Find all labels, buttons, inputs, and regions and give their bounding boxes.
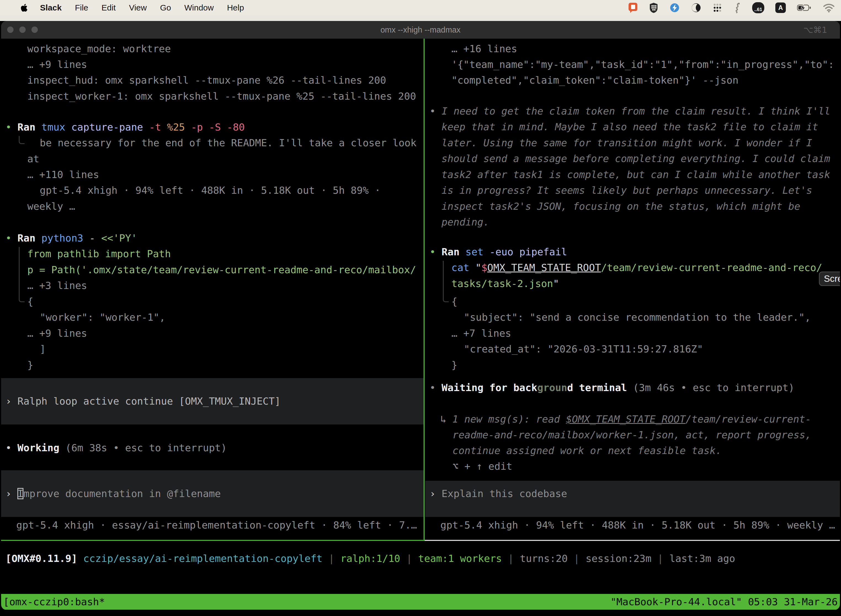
shield-grid-icon[interactable] xyxy=(649,2,658,13)
terminal-line: … +16 lines xyxy=(451,41,517,57)
terminal-line: cat "$OMX_TEAM_STATE_ROOT/team/review-cu… xyxy=(451,260,822,276)
prompt-placeholder-line: › Improve documentation in @filename xyxy=(6,486,221,502)
terminal-window: omx --xhigh --madmax ⌥⌘1 workspace_mode:… xyxy=(1,21,840,610)
terminal-line: continue assigned work or next feasible … xyxy=(453,443,722,458)
input-source-a-icon[interactable]: A xyxy=(775,3,786,13)
terminal-line: "worker": "worker-1", xyxy=(40,309,165,325)
terminal-line: • Ran tmux capture-pane -t %25 -p -S -80 xyxy=(6,119,245,135)
connector-line xyxy=(19,136,25,144)
terminal-line: inspect task2's JSON, focusing on the st… xyxy=(441,198,800,214)
pane-bottom-border-right xyxy=(425,540,840,541)
connector-line xyxy=(19,247,25,302)
screen-tooltip: Scre xyxy=(819,271,840,286)
tmux-session-label: [omx-cczip0:bash* xyxy=(3,596,105,607)
window-title-bar[interactable]: omx --xhigh --madmax ⌥⌘1 xyxy=(1,21,840,39)
apple-menu-icon[interactable] xyxy=(21,3,28,12)
menu-item-go[interactable]: Go xyxy=(160,3,171,12)
terminal-line: … +3 lines xyxy=(27,278,87,293)
edit-hint-line: ⌥ + ↑ edit xyxy=(453,458,512,474)
terminal-line: "subject": "send a concise recommendatio… xyxy=(464,309,811,325)
connector-line xyxy=(443,261,448,302)
menu-item-window[interactable]: Window xyxy=(184,3,214,12)
terminal-line: '{"team_name":"my-team","task_id":"1","f… xyxy=(451,57,834,72)
terminal-line: "created_at": "2026-03-31T11:59:27.816Z" xyxy=(464,341,703,357)
terminal-line: } xyxy=(27,357,34,373)
menu-item-slack[interactable]: Slack xyxy=(40,3,62,12)
terminal-line: inspect_hud: omx sparkshell --tmux-pane … xyxy=(27,72,386,88)
model-status-line: gpt-5.4 xhigh · essay/ai-reimplementatio… xyxy=(16,517,417,533)
terminal-line: readme-and-reco/mailbox/worker-1.json, a… xyxy=(453,427,811,443)
terminal-line: pending. xyxy=(441,214,489,230)
menu-bar: Slack File Edit View Go Window Help ..61… xyxy=(0,0,841,15)
terminal-line: at xyxy=(27,151,39,167)
terminal-line: should send a message before completing … xyxy=(441,151,830,166)
terminal-line: … +7 lines xyxy=(451,326,511,341)
terminal-line: } xyxy=(451,357,457,373)
model-status-line: gpt-5.4 xhigh · 94% left · 488K in · 5.1… xyxy=(440,517,835,533)
terminal-line: p = Path('.omx/state/team/review-current… xyxy=(27,262,416,278)
dots-grid-icon[interactable] xyxy=(712,3,722,13)
terminal-line: … +9 lines xyxy=(27,57,87,72)
menu-item-help[interactable]: Help xyxy=(227,3,244,12)
omx-status-line: [OMX#0.11.9] cczip/essay/ai-reimplementa… xyxy=(6,551,735,566)
tmux-host-clock-label: "MacBook-Pro-44.local" 05:03 31-Mar-26 xyxy=(610,596,838,607)
bolt-badge-icon[interactable] xyxy=(670,2,680,13)
battery-charging-icon[interactable] xyxy=(797,2,812,13)
terminal-line: tasks/task-2.json" xyxy=(451,276,559,292)
terminal-line: … +110 lines xyxy=(27,167,99,182)
prompt-placeholder-line: › Explain this codebase xyxy=(429,486,567,502)
terminal-line: { xyxy=(27,294,34,309)
waiting-status-line: • Waiting for background terminal (3m 46… xyxy=(429,380,794,396)
terminal-line: "completed","claim_token":"claim-token"}… xyxy=(451,72,738,88)
terminal-line: weekly … xyxy=(27,198,75,214)
window-shortcut-hint: ⌥⌘1 xyxy=(803,21,827,39)
menu-item-file[interactable]: File xyxy=(75,3,88,12)
menu-item-view[interactable]: View xyxy=(129,3,147,12)
terminal-line: • Ran set -euo pipefail xyxy=(429,244,567,260)
tmux-status-bar: [omx-cczip0:bash* "MacBook-Pro-44.local"… xyxy=(1,594,840,610)
terminal-line: ↳ 1 new msg(s): read $OMX_TEAM_STATE_ROO… xyxy=(440,411,811,427)
pane-bottom-border-left xyxy=(1,540,425,541)
pane-divider[interactable] xyxy=(423,39,425,541)
count-badge-icon[interactable]: ..61 xyxy=(752,2,764,13)
terminal-content: workspace_mode: worktree… +9 linesinspec… xyxy=(1,39,840,610)
omx-status-bar: [OMX#0.11.9] cczip/essay/ai-reimplementa… xyxy=(1,551,840,567)
terminal-pane-right[interactable]: … +16 lines'{"team_name":"my-team","task… xyxy=(425,39,840,540)
terminal-line: is in progress? It seems likely but perh… xyxy=(441,182,812,198)
chat-app-icon[interactable] xyxy=(628,2,638,13)
terminal-line: task2 after task1 is complete, but can I… xyxy=(441,167,830,182)
terminal-line: inspect_worker-1: omx sparkshell --tmux-… xyxy=(27,88,416,104)
terminal-pane-left[interactable]: workspace_mode: worktree… +9 linesinspec… xyxy=(1,39,423,540)
terminal-line: workspace_mode: worktree xyxy=(27,41,171,57)
working-status-line: • Working (6m 38s • esc to interrupt) xyxy=(6,440,227,456)
terminal-line: • Ran python3 - <<'PY' xyxy=(6,230,137,246)
terminal-line: keep that in mind. Maybe I also need the… xyxy=(441,119,818,135)
dark-crescent-icon[interactable] xyxy=(691,2,701,13)
menu-item-edit[interactable]: Edit xyxy=(101,3,116,12)
terminal-line: later. Using the same for transition mig… xyxy=(441,135,812,151)
terminal-line: ] xyxy=(40,341,46,357)
terminal-line: • I need to get the claim token from the… xyxy=(429,103,830,119)
terminal-line: be necessary for the end of the README. … xyxy=(40,135,416,151)
ralph-notice-line: › Ralph loop active continue [OMX_TMUX_I… xyxy=(6,393,281,409)
terminal-line: … +9 lines xyxy=(27,326,87,341)
wifi-icon[interactable] xyxy=(823,3,835,13)
terminal-line: gpt-5.4 xhigh · 94% left · 488K in · 5.1… xyxy=(40,182,381,198)
terminal-line: { xyxy=(451,294,457,309)
dragon-icon[interactable] xyxy=(733,2,741,13)
window-title: omx --xhigh --madmax xyxy=(1,21,840,39)
terminal-line: from pathlib import Path xyxy=(27,246,171,262)
